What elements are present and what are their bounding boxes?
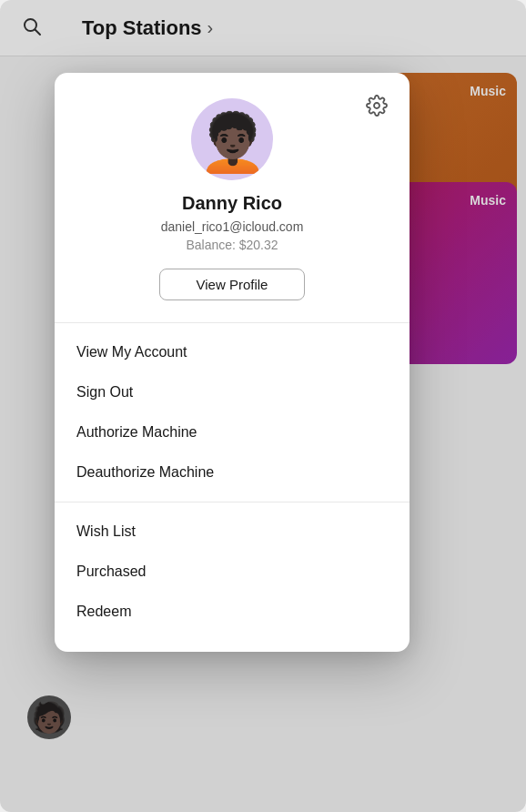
menu-item-purchased[interactable]: Purchased [55, 552, 410, 592]
avatar: 🧑🏿‍🦱 [191, 98, 273, 180]
view-profile-button[interactable]: View Profile [159, 269, 306, 300]
account-popup: 🧑🏿‍🦱 Danny Rico daniel_rico1@icloud.com … [55, 73, 410, 652]
app-container: Top Stations › Music Music 🧑🏿 🧑🏿‍🦱 [0, 0, 526, 812]
menu-section-2: Wish List Purchased Redeem [55, 506, 410, 637]
menu-item-wish-list[interactable]: Wish List [55, 512, 410, 552]
settings-button[interactable] [362, 91, 391, 126]
menu-section-1: View My Account Sign Out Authorize Machi… [55, 327, 410, 498]
user-balance: Balance: $20.32 [186, 238, 278, 252]
divider-1 [55, 322, 410, 323]
menu-item-authorize-machine[interactable]: Authorize Machine [55, 412, 410, 452]
popup-header: 🧑🏿‍🦱 Danny Rico daniel_rico1@icloud.com … [55, 73, 410, 319]
user-name: Danny Rico [182, 193, 282, 214]
user-email: daniel_rico1@icloud.com [161, 219, 304, 234]
menu-item-redeem[interactable]: Redeem [55, 592, 410, 632]
menu-item-deauthorize-machine[interactable]: Deauthorize Machine [55, 452, 410, 492]
menu-item-view-account[interactable]: View My Account [55, 332, 410, 372]
avatar-emoji: 🧑🏿‍🦱 [197, 115, 268, 171]
divider-2 [55, 502, 410, 502]
menu-item-sign-out[interactable]: Sign Out [55, 372, 410, 412]
